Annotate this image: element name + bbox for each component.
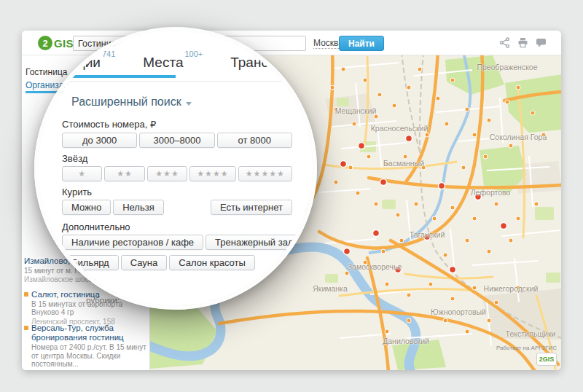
- result-title[interactable]: Версаль-Тур, служба бронирования гостини…: [31, 324, 148, 342]
- result-marker[interactable]: [380, 179, 387, 186]
- poi-marker[interactable]: [472, 286, 477, 290]
- star-option-button[interactable]: ★★★★★: [238, 166, 292, 181]
- result-marker[interactable]: [340, 161, 347, 168]
- list-item[interactable]: Версаль-Тур, служба бронирования гостини…: [24, 324, 148, 368]
- poi-marker[interactable]: [396, 213, 400, 217]
- 2gis-logo[interactable]: 2 GIS: [38, 35, 74, 51]
- internet-filter-button[interactable]: Есть интернет: [211, 200, 292, 215]
- poi-marker[interactable]: [505, 100, 509, 104]
- poi-marker[interactable]: [443, 253, 447, 257]
- poi-marker[interactable]: [414, 202, 418, 206]
- poi-marker[interactable]: [509, 144, 513, 148]
- ad-marker-icon: [24, 292, 28, 297]
- extra-option-button[interactable]: Салон красоты: [169, 255, 255, 270]
- poi-marker[interactable]: [334, 180, 338, 184]
- poi-marker[interactable]: [374, 114, 378, 119]
- find-button[interactable]: Найти: [339, 36, 384, 51]
- poi-marker[interactable]: [487, 249, 491, 254]
- poi-marker[interactable]: [465, 107, 469, 111]
- poi-marker[interactable]: [429, 282, 433, 286]
- poi-marker[interactable]: [418, 67, 422, 71]
- poi-marker[interactable]: [432, 216, 437, 221]
- extra-option-button[interactable]: Тренажерный зал: [206, 235, 302, 250]
- tab-places[interactable]: Места100+: [143, 55, 203, 71]
- advanced-search-toggle[interactable]: Расширенный поиск: [71, 95, 192, 109]
- poi-marker[interactable]: [445, 122, 449, 126]
- poi-marker[interactable]: [425, 133, 429, 137]
- poi-marker[interactable]: [352, 122, 356, 126]
- poi-marker[interactable]: [421, 165, 426, 170]
- poi-marker[interactable]: [407, 318, 411, 323]
- poi-marker[interactable]: [461, 165, 466, 170]
- poi-marker[interactable]: [399, 238, 404, 243]
- poi-marker[interactable]: [516, 85, 520, 90]
- result-marker[interactable]: [359, 143, 365, 149]
- poi-marker[interactable]: [450, 205, 455, 210]
- poi-marker[interactable]: [472, 133, 477, 137]
- smoking-option-button[interactable]: Нельзя: [113, 200, 164, 215]
- poi-marker[interactable]: [407, 85, 411, 90]
- poi-marker[interactable]: [341, 67, 345, 71]
- poi-marker[interactable]: [450, 78, 455, 82]
- poi-marker[interactable]: [472, 216, 477, 221]
- result-marker[interactable]: [475, 194, 482, 200]
- poi-marker[interactable]: [487, 318, 491, 323]
- extra-option-button[interactable]: Сауна: [121, 255, 168, 270]
- price-option-button[interactable]: 3000–8000: [139, 133, 214, 148]
- poi-marker[interactable]: [494, 300, 498, 305]
- star-option-button[interactable]: ★: [62, 166, 102, 181]
- poi-marker[interactable]: [392, 103, 396, 108]
- header-icons: [499, 37, 547, 48]
- poi-marker[interactable]: [531, 111, 535, 115]
- result-marker[interactable]: [395, 267, 402, 273]
- poi-marker[interactable]: [385, 329, 389, 334]
- poi-marker[interactable]: [465, 238, 469, 243]
- 2gis-logo-badge: 2: [38, 36, 52, 50]
- poi-marker[interactable]: [385, 282, 389, 286]
- result-marker[interactable]: [373, 230, 380, 237]
- poi-marker[interactable]: [363, 260, 367, 264]
- poi-marker[interactable]: [436, 96, 440, 101]
- poi-marker[interactable]: [450, 297, 455, 301]
- poi-marker[interactable]: [381, 249, 386, 254]
- poi-marker[interactable]: [541, 133, 546, 137]
- poi-marker[interactable]: [487, 118, 491, 122]
- star-option-button[interactable]: ★★★: [147, 166, 187, 181]
- poi-marker[interactable]: [534, 202, 539, 206]
- poi-marker[interactable]: [367, 154, 371, 159]
- poi-marker[interactable]: [407, 293, 411, 297]
- result-marker[interactable]: [406, 136, 412, 142]
- poi-marker[interactable]: [403, 154, 407, 159]
- poi-marker[interactable]: [516, 216, 520, 221]
- poi-marker[interactable]: [345, 271, 349, 275]
- poi-marker[interactable]: [385, 162, 389, 166]
- star-option-button[interactable]: ★★: [104, 166, 144, 181]
- result-marker[interactable]: [424, 234, 431, 240]
- poi-marker[interactable]: [356, 191, 360, 195]
- result-marker[interactable]: [501, 223, 507, 230]
- poi-marker[interactable]: [334, 107, 338, 111]
- poi-marker[interactable]: [330, 85, 334, 90]
- smoking-option-button[interactable]: Можно: [62, 200, 111, 215]
- poi-marker[interactable]: [374, 202, 378, 206]
- price-option-button[interactable]: до 3000: [62, 133, 137, 148]
- poi-marker[interactable]: [377, 93, 382, 97]
- share-icon[interactable]: [499, 37, 510, 48]
- 2gis-map-logo[interactable]: 2GIS: [536, 353, 557, 366]
- result-marker[interactable]: [450, 267, 456, 273]
- result-marker[interactable]: [344, 248, 351, 255]
- poi-marker[interactable]: [363, 78, 367, 82]
- poi-marker[interactable]: [516, 286, 520, 290]
- poi-marker[interactable]: [509, 238, 513, 243]
- poi-marker[interactable]: [465, 329, 469, 334]
- poi-marker[interactable]: [443, 318, 447, 323]
- result-marker[interactable]: [439, 183, 445, 189]
- print-icon[interactable]: [517, 37, 528, 48]
- price-option-button[interactable]: от 8000: [217, 133, 292, 148]
- poi-marker[interactable]: [494, 202, 498, 206]
- poi-marker[interactable]: [348, 165, 353, 170]
- star-option-button[interactable]: ★★★★: [189, 166, 235, 181]
- chat-icon[interactable]: [536, 37, 547, 48]
- extra-option-button[interactable]: Наличие ресторанов / кафе: [62, 235, 203, 250]
- poi-marker[interactable]: [483, 154, 488, 159]
